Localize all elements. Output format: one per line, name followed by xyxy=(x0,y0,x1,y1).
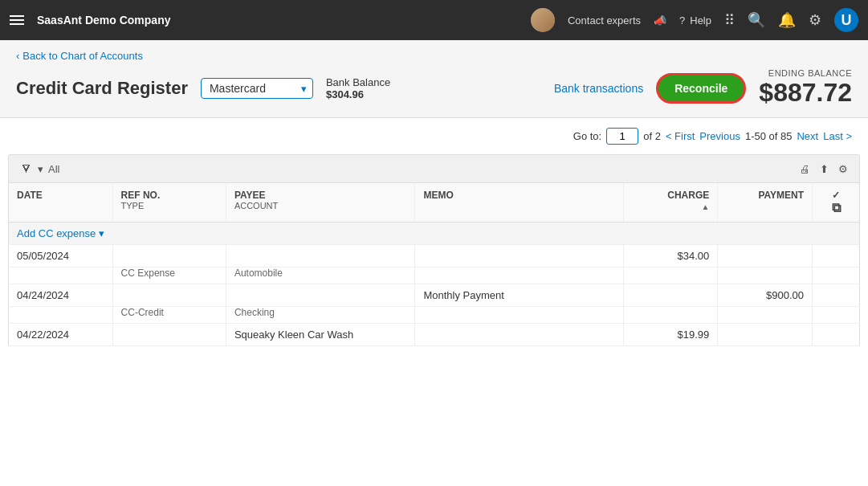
bank-transactions-link[interactable]: Bank transactions xyxy=(554,82,643,95)
top-nav: SaasAnt Demo Company Contact experts 📣 ?… xyxy=(0,0,868,40)
col-ref: REF NO. TYPE xyxy=(112,183,226,223)
settings-icon[interactable]: ⚙ xyxy=(809,11,821,29)
bank-balance: Bank Balance $304.96 xyxy=(326,76,390,100)
table-row[interactable]: 04/24/2024 Monthly Payment $900.00 xyxy=(9,284,860,307)
row3-charge: $19.99 xyxy=(623,324,718,346)
filter-all-label: All xyxy=(48,163,59,175)
hamburger-menu[interactable] xyxy=(10,15,24,25)
filter-bar: ⛛ ▾ All 🖨 ⬆ ⚙ xyxy=(8,154,860,183)
goto-input[interactable] xyxy=(606,128,638,145)
table-subrow: CC Expense Automobile xyxy=(9,268,860,284)
row1-date: 05/05/2024 xyxy=(9,245,113,268)
col-charge: CHARGE ▲ xyxy=(623,183,718,223)
col-check: ✓ ⧉ xyxy=(813,183,860,223)
row2-charge xyxy=(623,284,718,307)
row3-check xyxy=(813,324,860,346)
help-link[interactable]: ? Help xyxy=(679,14,711,27)
col-memo: MEMO xyxy=(415,183,623,223)
avatar[interactable] xyxy=(531,8,555,32)
add-cc-expense-row[interactable]: Add CC expense ▾ xyxy=(9,223,860,245)
row2-payment: $900.00 xyxy=(718,284,813,307)
row1-charge: $34.00 xyxy=(623,245,718,268)
row1-memo xyxy=(415,245,623,268)
table-row[interactable]: 05/05/2024 $34.00 xyxy=(9,245,860,268)
bank-balance-amount: $304.96 xyxy=(326,88,390,100)
company-name: SaasAnt Demo Company xyxy=(37,14,518,27)
row1-check xyxy=(813,245,860,268)
ending-balance: ENDING BALANCE $887.72 xyxy=(759,68,852,108)
export-icon[interactable]: ⬆ xyxy=(820,163,829,175)
col-payee: PAYEE ACCOUNT xyxy=(226,183,415,223)
contact-experts-link[interactable]: Contact experts xyxy=(568,14,641,27)
next-page-link[interactable]: Next xyxy=(797,130,818,142)
account-dropdown[interactable]: Mastercard Visa Amex xyxy=(201,78,313,99)
filter-dropdown-arrow[interactable]: ▾ xyxy=(38,163,43,175)
ending-balance-amount: $887.72 xyxy=(759,78,852,108)
row2-payee xyxy=(226,284,415,307)
table-section: ⛛ ▾ All 🖨 ⬆ ⚙ DATE REF NO. TYPE PAYEE AC xyxy=(0,154,868,346)
contact-experts-label: Contact experts xyxy=(568,14,641,27)
account-dropdown-wrapper: Mastercard Visa Amex xyxy=(201,78,313,99)
row2-check xyxy=(813,284,860,307)
column-settings-icon[interactable]: ⚙ xyxy=(838,163,848,175)
row1-payment xyxy=(718,245,813,268)
apps-icon[interactable]: ⠿ xyxy=(724,11,735,29)
col-date: DATE xyxy=(9,183,113,223)
back-chevron-icon: ‹ xyxy=(16,50,19,62)
col-payment: PAYMENT xyxy=(718,183,813,223)
reconcile-button[interactable]: Reconcile xyxy=(656,73,746,104)
row3-memo xyxy=(415,324,623,346)
add-cc-dropdown-arrow[interactable]: ▾ xyxy=(99,227,104,239)
page-range: 1-50 of 85 xyxy=(745,130,793,142)
filter-icon[interactable]: ⛛ xyxy=(20,161,33,176)
row1-payee xyxy=(226,245,415,268)
row2-account: Checking xyxy=(226,307,415,324)
row2-ref xyxy=(112,284,226,307)
row2-date: 04/24/2024 xyxy=(9,284,113,307)
row3-ref xyxy=(112,324,226,346)
previous-page-link[interactable]: Previous xyxy=(699,130,740,142)
print-icon[interactable]: 🖨 xyxy=(800,163,810,175)
back-to-chart-link[interactable]: ‹ Back to Chart of Accounts xyxy=(16,50,852,62)
last-page-link[interactable]: Last > xyxy=(823,130,852,142)
notifications-icon[interactable]: 🔔 xyxy=(778,11,796,29)
row1-account: Automobile xyxy=(226,268,415,284)
user-menu-icon[interactable]: U xyxy=(834,8,858,32)
row3-payment xyxy=(718,324,813,346)
search-icon[interactable]: 🔍 xyxy=(748,11,765,29)
copy-icon[interactable]: ⧉ xyxy=(832,201,841,214)
add-cc-label[interactable]: Add CC expense xyxy=(17,227,96,239)
register-table: DATE REF NO. TYPE PAYEE ACCOUNT MEMO CHA… xyxy=(8,183,860,346)
table-subrow: CC-Credit Checking xyxy=(9,307,860,324)
megaphone-icon[interactable]: 📣 xyxy=(654,14,666,27)
row2-memo: Monthly Payment xyxy=(415,284,623,307)
header-section: ‹ Back to Chart of Accounts Credit Card … xyxy=(0,40,868,118)
row2-type: CC-Credit xyxy=(112,307,226,324)
first-page-link[interactable]: < First xyxy=(666,130,695,142)
bank-balance-label: Bank Balance xyxy=(326,76,390,88)
table-row[interactable]: 04/22/2024 Squeaky Kleen Car Wash $19.99 xyxy=(9,324,860,346)
page-title: Credit Card Register xyxy=(16,78,188,99)
of-pages: of 2 xyxy=(643,130,661,142)
goto-label: Go to: xyxy=(573,130,601,142)
ending-balance-label: ENDING BALANCE xyxy=(759,68,852,78)
row3-date: 04/22/2024 xyxy=(9,324,113,346)
row1-ref xyxy=(112,245,226,268)
row3-payee: Squeaky Kleen Car Wash xyxy=(226,324,415,346)
row1-type: CC Expense xyxy=(112,268,226,284)
pagination-bar: Go to: of 2 < First Previous 1-50 of 85 … xyxy=(0,118,868,154)
